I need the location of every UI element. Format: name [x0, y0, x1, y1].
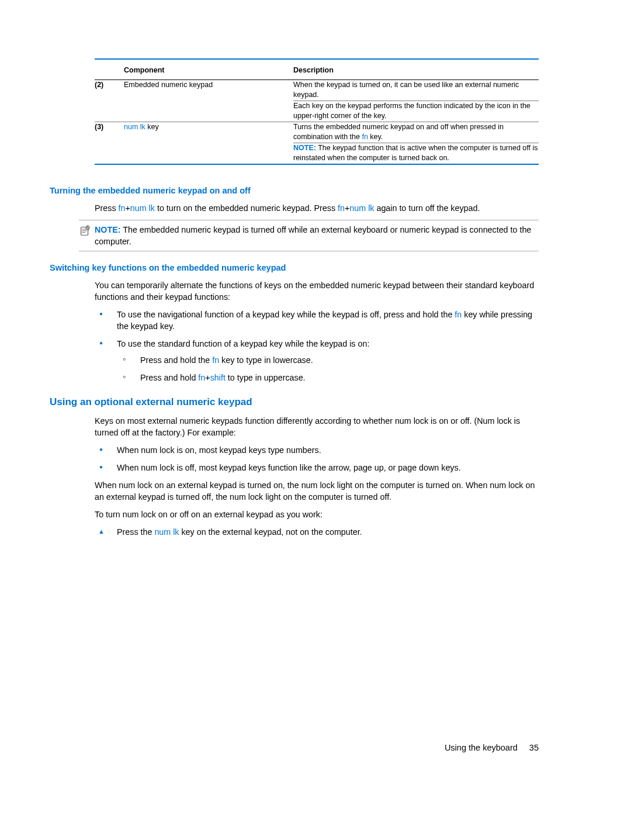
list-item: When num lock is off, most keypad keys f… [95, 462, 539, 473]
page-number: 35 [529, 743, 539, 752]
note-label: NOTE: [293, 144, 316, 152]
table-row: (3) num lk key Turns the embedded numeri… [95, 122, 539, 143]
paragraph: Keys on most external numeric keypads fu… [95, 415, 539, 438]
fn-key-link: fn [198, 373, 205, 382]
sub-bullet-list: Press and hold the fn key to type in low… [117, 354, 539, 383]
numlk-key-link: num lk [130, 203, 155, 213]
fn-key-link: fn [455, 310, 462, 319]
table-row: NOTE: The keypad function that is active… [95, 143, 539, 164]
row-num: (3) [95, 122, 124, 143]
row-component: num lk key [124, 122, 293, 143]
heading-switching-functions: Switching key functions on the embedded … [50, 262, 539, 274]
document-page: Component Description (2) Embedded numer… [0, 0, 631, 840]
note-text: The embedded numeric keypad is turned of… [95, 225, 531, 246]
note-label: NOTE: [95, 225, 120, 234]
component-table: Component Description (2) Embedded numer… [95, 60, 539, 164]
fn-key-link: fn [119, 203, 126, 213]
bullet-list: When num lock is on, most keypad keys ty… [95, 444, 539, 473]
paragraph: Press fn+num lk to turn on the embedded … [95, 202, 539, 214]
numlk-key-link: num lk [154, 527, 179, 537]
table-bottom-rule [95, 164, 539, 165]
fn-key-link: fn [362, 133, 367, 141]
numlk-key-link: num lk [349, 203, 374, 213]
row-desc: Turns the embedded numeric keypad on and… [293, 122, 539, 143]
list-item: To use the standard function of a keypad… [95, 338, 539, 383]
row-desc: Each key on the keypad performs the func… [293, 101, 539, 122]
row-component: Embedded numeric keypad [124, 79, 293, 101]
row-desc: When the keypad is turned on, it can be … [293, 79, 539, 101]
list-item: Press the num lk key on the external key… [95, 526, 539, 538]
heading-turning-keypad: Turning the embedded numeric keypad on a… [50, 185, 539, 196]
list-item: Press and hold the fn key to type in low… [117, 354, 539, 366]
numlk-key-link: num lk [124, 123, 145, 131]
list-item: When num lock is on, most keypad keys ty… [95, 444, 539, 456]
row-desc: NOTE: The keypad function that is active… [293, 143, 539, 164]
paragraph: To turn num lock on or off on an externa… [95, 509, 539, 520]
table-row: Each key on the keypad performs the func… [95, 101, 539, 122]
note-callout: NOTE: The embedded numeric keypad is tur… [79, 220, 539, 251]
row-num: (2) [95, 79, 124, 101]
page-footer: Using the keyboard 35 [445, 742, 539, 753]
heading-external-keypad: Using an optional external numeric keypa… [50, 395, 539, 409]
bullet-list: To use the navigational function of a ke… [95, 309, 539, 383]
th-component: Component [124, 60, 293, 79]
list-item: Press and hold fn+shift to type in upper… [117, 372, 539, 383]
shift-key-link: shift [210, 373, 226, 382]
footer-title: Using the keyboard [445, 743, 518, 752]
note-icon [79, 224, 92, 237]
step-list: Press the num lk key on the external key… [95, 526, 539, 538]
table-row: (2) Embedded numeric keypad When the key… [95, 79, 539, 101]
paragraph: When num lock on an external keypad is t… [95, 479, 539, 503]
list-item: To use the navigational function of a ke… [95, 309, 539, 332]
paragraph: You can temporarily alternate the functi… [95, 279, 539, 303]
th-description: Description [293, 60, 539, 79]
fn-key-link: fn [212, 355, 219, 365]
fn-key-link: fn [338, 203, 345, 213]
